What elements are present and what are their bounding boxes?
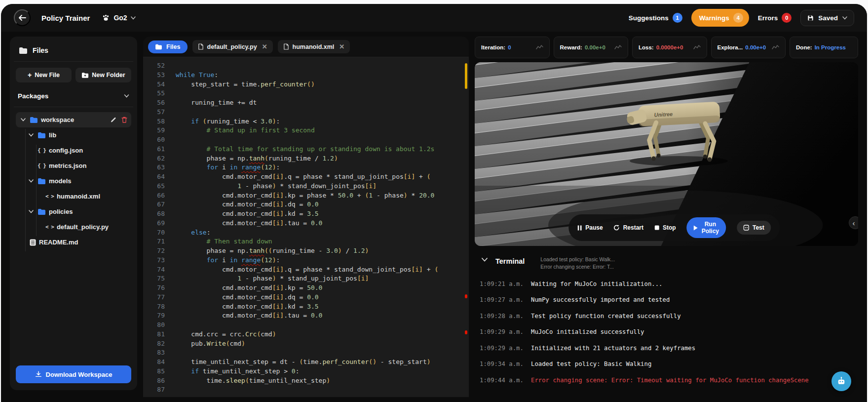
- code-line: 81 cmd.crc = crc.Crc(cmd): [148, 330, 469, 339]
- tree-item-label: models: [49, 177, 72, 185]
- stop-button[interactable]: Stop: [654, 224, 676, 231]
- sparkline-icon: [693, 44, 701, 50]
- collapse-panel-button[interactable]: ‹: [849, 216, 858, 229]
- scrollbar-error-marker[interactable]: [465, 330, 467, 334]
- code-line: 63 for i in range(12):: [148, 163, 469, 172]
- log-timestamp: 1:09:34 a.m.: [480, 361, 531, 367]
- terminal-logs: 1:09:21 a.m.Waiting for MuJoCo initializ…: [480, 276, 856, 388]
- code-line: 76 cmd.motor_cmd[i].kp = 50.0: [148, 283, 469, 293]
- metric-value: 0: [508, 44, 511, 50]
- saved-button[interactable]: Saved: [800, 10, 854, 26]
- chevron-down-icon: [842, 16, 847, 20]
- chevron-down-icon[interactable]: [28, 210, 35, 213]
- sparkline-icon: [614, 44, 622, 50]
- robot-name: Go2: [113, 14, 127, 22]
- tree-item-lib[interactable]: lib: [16, 127, 131, 143]
- tree-item-label: lib: [49, 131, 56, 139]
- back-arrow-icon: [18, 14, 26, 21]
- tree-item-config-json[interactable]: { }config.json: [16, 143, 131, 158]
- tree-item-policies[interactable]: policies: [16, 204, 131, 219]
- new-file-button[interactable]: + New File: [16, 68, 72, 82]
- packages-section[interactable]: Packages: [16, 88, 131, 107]
- code-line: 68 cmd.motor_cmd[i].kd = 3.5: [148, 209, 469, 219]
- tab-default-policy[interactable]: default_policy.py ✕: [192, 40, 273, 53]
- code-line: 80: [148, 321, 469, 330]
- log-timestamp: 1:09:44 a.m.: [480, 377, 531, 384]
- assistant-button[interactable]: [831, 371, 851, 391]
- suggestions-button[interactable]: Suggestions 1: [629, 13, 682, 23]
- metric-label: Done:: [796, 44, 812, 50]
- metric-card-loss[interactable]: Loss:0.0000e+0: [632, 37, 707, 58]
- tree-item-metrics-json[interactable]: { }metrics.json: [16, 158, 131, 173]
- close-icon[interactable]: ✕: [262, 43, 267, 50]
- pause-button[interactable]: Pause: [577, 224, 603, 231]
- metric-card-explora[interactable]: Explora...0.00e+0: [711, 37, 786, 58]
- code-line: 74 cmd.motor_cmd[i].q = phase * stand_do…: [148, 265, 469, 275]
- code-line: 66 cmd.motor_cmd[i].kp = phase * 50.0 + …: [148, 191, 469, 201]
- metric-card-done[interactable]: Done:In Progress: [790, 37, 858, 58]
- code-line: 70 else:: [148, 228, 469, 238]
- page-title: Policy Trainer: [41, 14, 90, 22]
- restart-button[interactable]: Restart: [614, 224, 643, 231]
- pause-icon: [577, 225, 582, 231]
- simulation-controls: Pause Restart Stop: [568, 214, 780, 241]
- robot-selector[interactable]: Go2: [102, 14, 135, 22]
- folder-plus-icon: [81, 72, 89, 79]
- log-message: Error changing scene: Error: Timeout wai…: [531, 377, 809, 384]
- terminal-panel: Terminal Loaded test policy: Basic Walk.…: [475, 250, 858, 397]
- code-line: 59 # Stand up in first 3 second: [148, 126, 469, 135]
- metric-value: 0.00e+0: [745, 44, 766, 50]
- files-sidebar: Files + New File New Folder Packages: [10, 37, 137, 390]
- terminal-preview: Loaded test policy: Basic Walk... Error …: [540, 256, 615, 271]
- metric-label: Reward:: [560, 44, 582, 50]
- tab-humanoid-xml[interactable]: humanoid.xml ✕: [278, 40, 350, 53]
- sparkline-icon: [772, 44, 779, 50]
- back-button[interactable]: [14, 9, 31, 26]
- metrics-bar: Iteration:0Reward:0.00e+0Loss:0.0000e+0E…: [475, 37, 858, 58]
- document-icon: [30, 239, 36, 246]
- code-brackets-icon: < >: [45, 224, 54, 230]
- tree-item-default-policy-py[interactable]: < >default_policy.py: [16, 219, 131, 235]
- folder-icon: [38, 178, 46, 185]
- metric-label: Explora...: [717, 44, 743, 50]
- simulation-panel: Iteration:0Reward:0.00e+0Loss:0.0000e+0E…: [475, 37, 858, 397]
- scrollbar-error-marker[interactable]: [465, 294, 467, 298]
- metric-card-iteration[interactable]: Iteration:0: [475, 37, 550, 58]
- code-line: 61 # Total time for standing up or stand…: [148, 145, 469, 154]
- folder-icon: [155, 44, 162, 50]
- braces-icon: { }: [38, 147, 46, 154]
- metric-card-reward[interactable]: Reward:0.00e+0: [554, 37, 629, 58]
- run-policy-button[interactable]: Run Policy: [687, 217, 726, 238]
- metric-value: 0.0000e+0: [656, 44, 683, 50]
- files-tab[interactable]: Files: [148, 40, 188, 53]
- log-message: NumPy successfully imported and tested: [531, 296, 670, 303]
- tree-item-readme-md[interactable]: README.md: [16, 235, 131, 250]
- code-line: 86 time.sleep(time_until_next_step): [148, 376, 469, 386]
- save-icon: [807, 15, 814, 21]
- scrollbar-warning-marker[interactable]: [465, 63, 467, 89]
- test-button[interactable]: Test: [737, 221, 771, 235]
- warnings-button[interactable]: Warnings 4: [691, 9, 749, 27]
- errors-button[interactable]: Errors 0: [758, 13, 792, 23]
- chevron-down-icon[interactable]: [28, 179, 35, 183]
- tree-item-models[interactable]: models: [16, 173, 131, 189]
- code-lines[interactable]: 5253while True:54 step_start = time.perf…: [143, 57, 469, 397]
- tree-item-label: humanoid.xml: [57, 193, 100, 200]
- sparkline-icon: [536, 44, 543, 50]
- terminal-collapse-chevron-icon[interactable]: [482, 258, 488, 262]
- delete-trash-icon[interactable]: [121, 117, 127, 123]
- close-icon[interactable]: ✕: [339, 43, 344, 50]
- robot-brand-label: Unitree: [654, 111, 673, 118]
- rename-pencil-icon[interactable]: [110, 117, 116, 123]
- log-message: Test policy function created successfull…: [531, 313, 681, 320]
- saved-label: Saved: [818, 14, 838, 22]
- chevron-down-icon[interactable]: [20, 118, 27, 121]
- tree-item-humanoid-xml[interactable]: < >humanoid.xml: [16, 189, 131, 204]
- download-workspace-button[interactable]: Download Workspace: [16, 365, 131, 383]
- new-folder-button[interactable]: New Folder: [75, 68, 131, 82]
- chevron-down-icon[interactable]: [28, 133, 35, 137]
- code-line: 67 cmd.motor_cmd[i].dq = 0.0: [148, 200, 469, 209]
- tree-item-workspace[interactable]: workspace: [16, 112, 131, 127]
- mujoco-viewport[interactable]: Unitree: [475, 62, 858, 246]
- log-message: Initialized with 21 actuators and 2 keyf…: [531, 345, 695, 352]
